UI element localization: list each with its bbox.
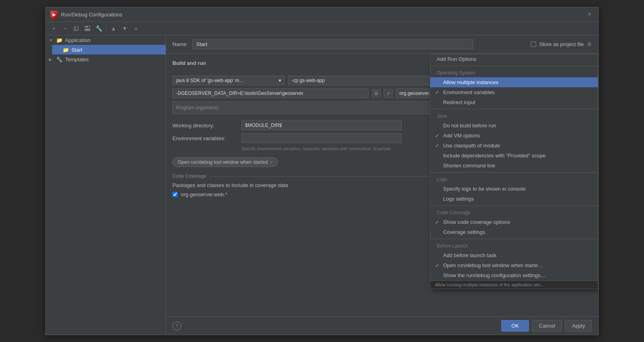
svg-rect-1 xyxy=(75,26,78,30)
toolbar: + − 🔧 ▲ ▼ » xyxy=(46,22,598,35)
specify-logs-label: Specify logs to be shown in console xyxy=(443,186,526,192)
sidebar: ▼ 📁 Application 📁 Start ▶ 🔧 Templates xyxy=(46,35,166,335)
add-button[interactable]: + xyxy=(49,24,59,33)
show-config-settings-label: Show the run/debug configuration setting… xyxy=(443,272,546,278)
store-label: Store as project file xyxy=(539,41,584,47)
main-content: ▼ 📁 Application 📁 Start ▶ 🔧 Templates xyxy=(46,35,598,335)
allow-multiple-item[interactable]: Allow multiple instances xyxy=(430,77,598,87)
app-icon: ▶ xyxy=(51,11,58,18)
more-button[interactable]: » xyxy=(131,24,141,33)
config-body: Build and run Modify options ▾ Alt+M jav… xyxy=(166,54,598,316)
logs-settings-item[interactable]: Logs settings xyxy=(430,194,598,204)
name-input[interactable] xyxy=(192,39,473,49)
os-section-label: Operating System xyxy=(430,68,598,77)
add-run-options-item[interactable]: Add Run Options xyxy=(430,54,598,64)
coverage-settings-label: Coverage settings xyxy=(443,229,485,235)
dropdown-tooltip: Allow running multiple instances of the … xyxy=(430,280,598,289)
title-bar: ▶ Run/Debug Configurations × xyxy=(46,7,598,22)
store-project-section: Store as project file ⚙ xyxy=(531,41,592,47)
dropdown-sep-1 xyxy=(430,66,598,66)
sidebar-item-start[interactable]: 📁 Start xyxy=(52,45,166,54)
no-build-label: Do not build before run xyxy=(443,123,496,129)
before-launch-section-label: Before Launch xyxy=(430,241,598,250)
run-debug-dialog: ▶ Run/Debug Configurations × + − 🔧 ▲ ▼ » xyxy=(45,7,599,335)
settings-button[interactable]: 🔧 xyxy=(94,24,103,33)
build-run-title: Build and run xyxy=(172,60,206,66)
templates-label: Templates xyxy=(65,56,89,62)
dropdown-sep-4 xyxy=(430,205,598,206)
add-before-launch-item[interactable]: Add before launch task xyxy=(430,250,598,260)
right-panel: Name: Store as project file ⚙ Build and … xyxy=(166,35,598,335)
include-deps-label: Include dependencies with "Provided" sco… xyxy=(443,153,546,159)
use-classpath-label: Use classpath of module xyxy=(443,143,500,149)
bottom-bar: ? OK Cancel Apply xyxy=(166,316,598,335)
shorten-cmd-label: Shorten command line xyxy=(443,163,495,169)
application-label: Application xyxy=(65,37,91,43)
start-label: Start xyxy=(71,47,82,53)
vm-expand-icon[interactable]: ⤢ xyxy=(384,89,393,98)
copy-button[interactable] xyxy=(71,24,81,33)
move-up-button[interactable]: ▲ xyxy=(109,24,118,33)
coverage-settings-item[interactable]: Coverage settings xyxy=(430,227,598,237)
dropdown-sep-5 xyxy=(430,239,598,239)
env-variables-label: Environment variables xyxy=(443,89,495,95)
show-coverage-item[interactable]: ✓ Show code coverage options xyxy=(430,217,598,227)
dropdown-sep-2 xyxy=(430,109,598,109)
show-coverage-label: Show code coverage options xyxy=(443,219,510,225)
env-variables-item[interactable]: ✓ Environment variables xyxy=(430,87,598,97)
help-button[interactable]: ? xyxy=(172,322,181,330)
package-checkbox-label: org.geoserver.web.* xyxy=(181,191,227,197)
working-dir-input[interactable] xyxy=(241,121,402,130)
add-vm-item[interactable]: ✓ Add VM options xyxy=(430,131,598,141)
vm-input[interactable] xyxy=(172,89,369,98)
include-deps-item[interactable]: Include dependencies with "Provided" sco… xyxy=(430,151,598,161)
store-gear-icon[interactable]: ⚙ xyxy=(587,41,592,47)
shorten-cmd-item[interactable]: Shorten command line xyxy=(430,161,598,171)
cancel-button[interactable]: Cancel xyxy=(532,320,562,332)
env-vars-input[interactable] xyxy=(241,133,402,143)
close-button[interactable]: × xyxy=(585,10,593,18)
apply-button[interactable]: Apply xyxy=(565,320,592,332)
svg-rect-4 xyxy=(85,29,89,30)
tag-label: Open run/debug tool window when started xyxy=(178,159,268,165)
sdk-select[interactable]: java 8 SDK of 'gs-web-app' m… ▾ xyxy=(172,76,285,85)
no-build-item[interactable]: Do not build before run xyxy=(430,121,598,131)
tag-close-button[interactable]: × xyxy=(270,160,273,165)
store-checkbox[interactable] xyxy=(531,42,536,47)
dialog-title: Run/Debug Configurations xyxy=(61,12,122,18)
expand-arrow: ▼ xyxy=(49,38,54,42)
remove-button[interactable]: − xyxy=(60,24,70,33)
use-classpath-item[interactable]: ✓ Use classpath of module xyxy=(430,141,598,151)
start-folder-icon: 📁 xyxy=(63,46,69,53)
logs-section-label: Logs xyxy=(430,174,598,184)
vm-file-icon[interactable]: ☰ xyxy=(372,89,381,98)
save-button[interactable] xyxy=(83,24,92,33)
package-checkbox[interactable] xyxy=(172,192,178,197)
templates-arrow: ▶ xyxy=(49,57,54,62)
sdk-dropdown-arrow: ▾ xyxy=(279,78,281,83)
show-config-settings-item[interactable]: Show the run/debug configuration setting… xyxy=(430,270,598,280)
coverage-check-icon: ✓ xyxy=(435,219,439,225)
save-icon xyxy=(85,26,90,31)
title-bar-left: ▶ Run/Debug Configurations xyxy=(51,11,122,18)
env-check-icon: ✓ xyxy=(435,90,439,95)
wrench-icon: 🔧 xyxy=(56,56,63,62)
open-tool-window-menu-item[interactable]: ✓ Open run/debug tool window when starte… xyxy=(430,260,598,270)
vm-check-icon: ✓ xyxy=(435,133,439,139)
env-vars-label: Environment variables: xyxy=(172,135,237,141)
coverage-section-label: Code Coverage xyxy=(430,207,598,217)
svg-rect-3 xyxy=(86,26,88,28)
move-down-button[interactable]: ▼ xyxy=(120,24,130,33)
open-tool-check-icon: ✓ xyxy=(435,263,439,268)
coverage-title-label: Code Coverage xyxy=(172,173,206,179)
toolbar-separator xyxy=(106,25,106,32)
open-tool-window-menu-label: Open run/debug tool window when starte… xyxy=(443,262,543,268)
dropdown-sep-3 xyxy=(430,172,598,173)
sdk-value: java 8 SDK of 'gs-web-app' m… xyxy=(176,78,244,83)
sidebar-item-templates[interactable]: ▶ 🔧 Templates xyxy=(46,54,166,64)
sidebar-item-application[interactable]: ▼ 📁 Application xyxy=(46,35,166,45)
ok-button[interactable]: OK xyxy=(501,320,529,332)
config-header: Name: Store as project file ⚙ xyxy=(166,35,598,54)
redirect-input-item[interactable]: Redirect input xyxy=(430,97,598,107)
specify-logs-item[interactable]: Specify logs to be shown in console xyxy=(430,184,598,194)
